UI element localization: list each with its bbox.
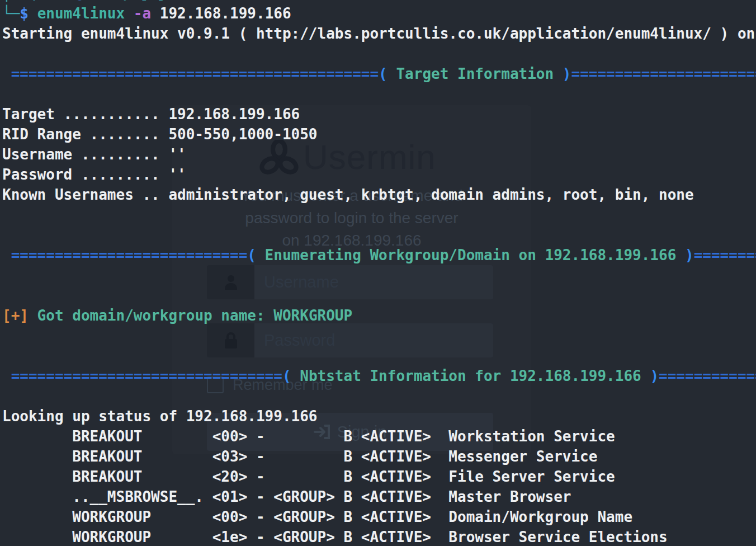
terminal-line: └─$ enum4linux -a 192.168.199.166 <box>2 3 756 23</box>
terminal-line <box>2 285 756 305</box>
terminal-line: ===========================( Enumerating… <box>2 245 756 265</box>
terminal-line: Username ......... '' <box>2 144 756 164</box>
terminal-line: BREAKOUT <00> - B <ACTIVE> Workstation S… <box>2 426 756 446</box>
terminal-line: BREAKOUT <03> - B <ACTIVE> Messenger Ser… <box>2 446 756 467</box>
terminal-line <box>2 225 756 245</box>
terminal-line <box>2 386 756 406</box>
terminal-line: Target ........... 192.168.199.166 <box>2 104 756 124</box>
screen: Usermin You must enter a username and pa… <box>0 0 756 546</box>
terminal-line: WORKGROUP <00> - <GROUP> B <ACTIVE> Doma… <box>2 507 756 527</box>
terminal-line <box>2 205 756 225</box>
terminal-line: RID Range ........ 500-550,1000-1050 <box>2 124 756 144</box>
terminal-line <box>2 84 756 104</box>
terminal-line: [+] Got domain/workgroup name: WORKGROUP <box>2 305 756 326</box>
terminal-line: Known Usernames .. administrator, guest,… <box>2 185 756 205</box>
terminal-line <box>2 326 756 346</box>
terminal-line <box>2 44 756 64</box>
terminal-line: Starting enum4linux v0.9.1 ( http://labs… <box>2 23 756 44</box>
terminal-output[interactable]: ┌──(kali㉿kali)-[~]└─$ enum4linux -a 192.… <box>2 0 756 546</box>
terminal-line: BREAKOUT <20> - B <ACTIVE> File Server S… <box>2 467 756 487</box>
terminal-line: ..__MSBROWSE__. <01> - <GROUP> B <ACTIVE… <box>2 487 756 507</box>
terminal-line: ===============================( Nbtstat… <box>2 366 756 386</box>
terminal-line: Looking up status of 192.168.199.166 <box>2 406 756 426</box>
terminal-line <box>2 346 756 366</box>
terminal-line: ========================================… <box>2 64 756 84</box>
terminal-line <box>2 265 756 285</box>
terminal-line: Password ......... '' <box>2 164 756 185</box>
terminal-line: WORKGROUP <1e> - <GROUP> B <ACTIVE> Brow… <box>2 527 756 546</box>
